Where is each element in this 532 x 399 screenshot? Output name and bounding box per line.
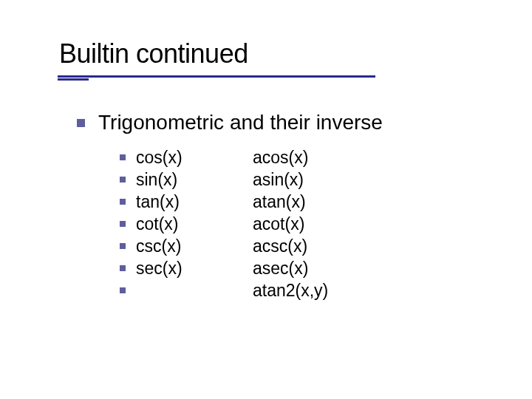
body: Trigonometric and their inverse [77,111,383,143]
trig-func: cot(x) [136,213,253,235]
title-underline [58,75,375,78]
list-item: cos(x) acos(x) [120,146,328,168]
title-wrap: Builtin continued [59,38,248,69]
list-item: sin(x) asin(x) [120,168,328,191]
trig-func: tan(x) [136,191,253,213]
list-item: tan(x) atan(x) [120,191,328,213]
list-item: cot(x) acot(x) [120,213,328,235]
bullet-icon [120,243,126,249]
trig-func: sin(x) [136,168,253,191]
list-item: Trigonometric and their inverse [77,111,383,134]
list-item: csc(x) acsc(x) [120,235,328,257]
inverse-func: acsc(x) [253,235,307,257]
function-list: cos(x) acos(x) sin(x) asin(x) tan(x) ata… [120,146,328,301]
bullet-icon [120,287,126,293]
section-heading: Trigonometric and their inverse [98,111,383,134]
title-underline-accent [58,78,89,81]
inverse-func: asin(x) [253,168,304,191]
list-item: sec(x) asec(x) [120,257,328,279]
trig-func: cos(x) [136,146,253,168]
inverse-func: atan2(x,y) [253,279,328,301]
list-item: atan2(x,y) [120,279,328,301]
inverse-func: acos(x) [253,146,308,168]
bullet-icon [77,119,85,127]
inverse-func: asec(x) [253,257,308,279]
bullet-icon [120,177,126,183]
slide-title: Builtin continued [59,38,248,69]
inverse-func: acot(x) [253,213,304,235]
bullet-icon [120,199,126,205]
inverse-func: atan(x) [253,191,306,213]
trig-func: sec(x) [136,257,253,279]
bullet-icon [120,154,126,160]
trig-func: csc(x) [136,235,253,257]
bullet-icon [120,221,126,227]
bullet-icon [120,265,126,271]
slide: Builtin continued Trigonometric and thei… [0,0,532,399]
